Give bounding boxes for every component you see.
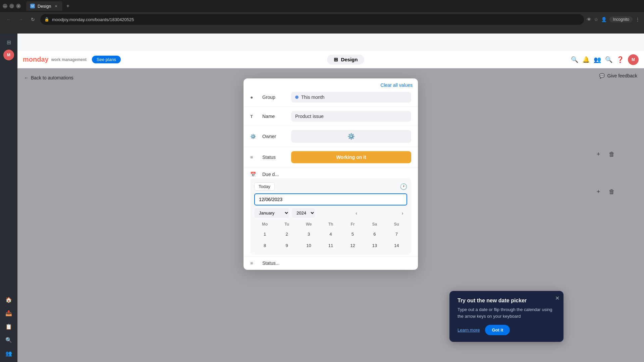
user-avatar[interactable]: M — [3, 50, 14, 60]
back-nav-button[interactable]: ← — [4, 15, 13, 24]
modal-panel: Clear all values ● Group This month — [244, 78, 418, 270]
cal-header-su: Su — [386, 221, 407, 228]
see-plans-button[interactable]: See plans — [92, 56, 121, 63]
cal-day-7[interactable]: 7 — [391, 229, 402, 239]
due-date-label: Due d... — [262, 172, 286, 177]
year-select[interactable]: 202320242025 — [292, 208, 315, 218]
cal-day-4[interactable]: 4 — [325, 229, 336, 239]
name-row: T Name Product issue — [244, 107, 418, 126]
maximize-button[interactable]: □ — [9, 4, 14, 8]
cal-day-3[interactable]: 3 — [304, 229, 314, 239]
tooltip-body: Type out a date or flip through the cale… — [458, 306, 555, 319]
gear-spinner-icon: ⚙️ — [347, 133, 355, 140]
eye-icon[interactable]: 👁 — [587, 17, 591, 22]
learn-more-link[interactable]: Learn more — [458, 327, 480, 333]
group-label: Group — [262, 95, 286, 100]
settings-header-icon[interactable]: 🔍 — [605, 56, 612, 63]
status-value[interactable]: Working on it — [291, 151, 411, 163]
app-content: ⊞ M 🏠 📥 📋 🔍 👥 monday work management See… — [0, 34, 644, 362]
sidebar-explore-icon[interactable]: 🔍 — [3, 334, 15, 346]
calendar-nav: JanuaryFebruaryMarch AprilMayJune JulyAu… — [254, 208, 407, 218]
sidebar-home-icon[interactable]: 🏠 — [3, 294, 15, 306]
prev-month-button[interactable]: ‹ — [352, 208, 361, 218]
incognito-badge: Incognito — [609, 16, 633, 22]
status-row: ≡ Status Working on it — [244, 147, 418, 168]
close-button[interactable]: ✕ — [16, 4, 21, 8]
board-title: ⊞ Design — [327, 55, 364, 65]
cal-day-6[interactable]: 6 — [369, 229, 380, 239]
cal-day-9[interactable]: 9 — [281, 240, 292, 251]
url-text: moodjoy.monday.com/boards/1830420525 — [52, 17, 134, 22]
people-header-icon[interactable]: 👥 — [594, 56, 601, 63]
status-extra-label: Status... — [262, 260, 286, 266]
secure-icon: 🔒 — [44, 17, 49, 22]
clear-all-label: Clear all values — [380, 82, 413, 88]
main-area: monday work management See plans ⊞ Desig… — [17, 51, 644, 362]
search-header-icon[interactable]: 🔍 — [571, 56, 578, 63]
got-it-label: Got it — [492, 327, 503, 333]
clear-all-button[interactable]: Clear all values — [380, 82, 413, 88]
cal-day-2[interactable]: 2 — [281, 229, 292, 239]
got-it-button[interactable]: Got it — [485, 325, 510, 335]
next-month-button[interactable]: › — [398, 208, 407, 218]
new-tab-button[interactable]: + — [64, 2, 72, 10]
due-date-icon: 📅 — [250, 172, 257, 177]
cal-day-13[interactable]: 13 — [369, 240, 380, 251]
browser-titlebar: — □ ✕ M Design ✕ + — [0, 0, 644, 12]
header-avatar[interactable]: M — [628, 54, 639, 65]
cal-day-5[interactable]: 5 — [347, 229, 358, 239]
today-button[interactable]: Today — [254, 182, 275, 191]
group-row: ● Group This month — [244, 88, 418, 107]
date-picker: Today 🕐 JanuaryFebruaryMarch AprilMa — [250, 178, 411, 255]
status-text: Working on it — [336, 155, 366, 160]
active-tab[interactable]: M Design ✕ — [26, 1, 62, 11]
cal-day-11[interactable]: 11 — [325, 240, 336, 251]
browser-tabs: M Design ✕ + — [23, 1, 641, 11]
modal-header: Clear all values — [244, 78, 418, 88]
star-icon[interactable]: ☆ — [594, 17, 598, 22]
owner-icon: ⚙️ — [250, 134, 257, 139]
name-label: Name — [262, 114, 286, 119]
group-dot — [295, 96, 299, 99]
sidebar-inbox-icon[interactable]: 📥 — [3, 307, 15, 319]
help-icon[interactable]: ❓ — [616, 56, 624, 63]
menu-icon[interactable]: ⋮ — [635, 17, 640, 22]
cal-day-10[interactable]: 10 — [304, 240, 314, 251]
owner-value[interactable]: ⚙️ — [291, 130, 411, 143]
name-value[interactable]: Product issue — [291, 111, 411, 122]
tooltip-title: Try out the new date picker — [458, 298, 555, 304]
profile-icon[interactable]: 👤 — [601, 17, 607, 22]
forward-nav-button[interactable]: → — [16, 15, 25, 24]
tooltip-close-button[interactable]: ✕ — [555, 295, 559, 301]
bell-icon[interactable]: 🔔 — [582, 56, 590, 63]
owner-label: Owner — [262, 134, 286, 139]
cal-day-12[interactable]: 12 — [347, 240, 358, 251]
cal-header-we: We — [298, 221, 319, 228]
due-date-row: 📅 Due d... Today 🕐 — [244, 168, 418, 256]
cal-day-8[interactable]: 8 — [260, 240, 270, 251]
clock-icon[interactable]: 🕐 — [400, 183, 407, 190]
sidebar-people-icon[interactable]: 👥 — [3, 347, 15, 359]
browser-toolbar: ← → ↻ 🔒 moodjoy.monday.com/boards/183042… — [0, 12, 644, 27]
date-text-input[interactable] — [254, 193, 407, 205]
cal-day-1[interactable]: 1 — [260, 229, 270, 239]
status-extra-icon: ≡ — [250, 260, 257, 266]
status-extra-row: ≡ Status... — [244, 256, 418, 270]
cal-header-th: Th — [320, 221, 341, 228]
address-bar[interactable]: 🔒 moodjoy.monday.com/boards/1830420525 — [40, 14, 584, 25]
automation-area: ← Back to automations 💬 Give feedback Ev… — [17, 68, 644, 362]
group-icon: ● — [250, 95, 257, 100]
tab-close-icon[interactable]: ✕ — [54, 4, 58, 8]
monday-logo: monday — [23, 56, 49, 63]
group-value[interactable]: This month — [291, 92, 411, 103]
sidebar-grid-icon[interactable]: ⊞ — [3, 36, 15, 48]
browser-chrome: — □ ✕ M Design ✕ + ← → ↻ 🔒 moodjoy.monda… — [0, 0, 644, 34]
cal-day-14[interactable]: 14 — [391, 240, 402, 251]
month-select[interactable]: JanuaryFebruaryMarch AprilMayJune JulyAu… — [254, 208, 289, 218]
minimize-button[interactable]: — — [3, 4, 7, 8]
calendar-grid: Mo Tu We Th Fr Sa Su 1 2 3 4 — [254, 221, 407, 251]
sidebar-my-work-icon[interactable]: 📋 — [3, 320, 15, 333]
cal-header-fr: Fr — [342, 221, 363, 228]
reload-button[interactable]: ↻ — [28, 15, 38, 24]
browser-right-icons: 👁 ☆ 👤 Incognito ⋮ — [587, 16, 640, 22]
